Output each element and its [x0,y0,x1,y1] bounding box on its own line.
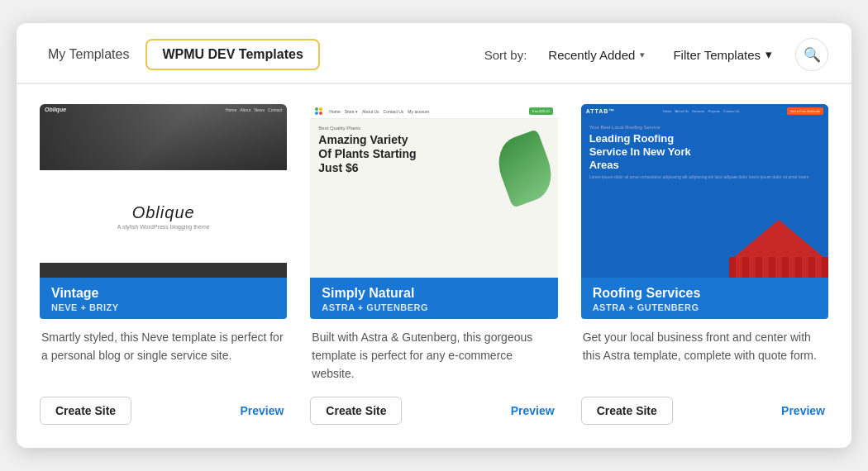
oblique-bottom-bar [40,263,287,278]
oblique-nav-links: Home About News Contact [226,107,282,112]
sort-label: Sort by: [484,48,527,62]
search-button[interactable]: 🔍 [795,38,828,71]
main-window: My Templates WPMU DEV Templates Sort by:… [17,23,851,447]
tab-my-templates[interactable]: My Templates [40,42,137,67]
card-desc-simply-natural: Built with Astra & Gutenberg, this gorge… [310,319,557,394]
card-actions-simply-natural: Create Site Preview [310,395,557,425]
card-tech-roofing: ASTRA + GUTENBERG [593,302,817,312]
roofing-sub: Your Best Local Roofing Service [589,125,820,130]
sort-value: Recently Added [548,48,635,62]
natural-tag: Best Quality Plants [318,126,549,131]
thumbnail-simply-natural: HomeStore ▾About UsContact UsMy account … [310,104,557,278]
card-tech-vintage: NEVE + BRIZY [51,302,275,312]
card-label-vintage: Vintage NEVE + BRIZY [40,278,287,319]
preview-button-vintage[interactable]: Preview [236,397,287,424]
header: My Templates WPMU DEV Templates Sort by:… [17,23,851,83]
create-site-button-roofing[interactable]: Create Site [581,397,673,425]
template-card-roofing: ATTAB™ HomeAbout UsServicesProjectsConta… [581,104,828,424]
card-tech-simply-natural: ASTRA + GUTENBERG [322,302,546,312]
preview-button-roofing[interactable]: Preview [778,397,828,424]
sort-chevron-icon: ▾ [640,50,645,60]
card-desc-roofing: Get your local business front and center… [581,319,828,394]
oblique-logo: Oblique [45,107,66,112]
create-site-button-simply-natural[interactable]: Create Site [310,397,402,425]
oblique-title: Oblique [132,203,195,222]
thumbnail-vintage: Oblique Home About News Contact Oblique … [40,104,287,278]
filter-dropdown[interactable]: Filter Templates ▾ [665,42,780,67]
roofing-logo: ATTAB™ [586,108,616,114]
card-name-vintage: Vintage [51,286,275,301]
preview-button-simply-natural[interactable]: Preview [508,397,558,424]
tab-wpmu-dev-templates[interactable]: WPMU DEV Templates [145,39,319,70]
roofing-nav-links: HomeAbout UsServicesProjectsContact Us [663,109,740,113]
natural-nav-links: HomeStore ▾About UsContact UsMy account [329,109,526,114]
card-name-simply-natural: Simply Natural [322,286,546,301]
roofing-triangle [729,220,828,261]
card-actions-vintage: Create Site Preview [40,395,287,425]
roofing-headline: Leading RoofingService In New YorkAreas [589,132,820,171]
card-desc-vintage: Smartly styled, this Neve template is pe… [40,319,287,394]
create-site-button-vintage[interactable]: Create Site [40,397,131,425]
thumbnail-roofing: ATTAB™ HomeAbout UsServicesProjectsConta… [581,104,828,278]
roofing-body-text: Lorem ipsum dolor sit amet consectetur a… [589,174,820,180]
templates-grid: Oblique Home About News Contact Oblique … [17,84,851,447]
card-label-roofing: Roofing Services ASTRA + GUTENBERG [581,278,828,319]
sort-dropdown[interactable]: Recently Added ▾ [540,43,653,67]
natural-content: Best Quality Plants Amazing VarietyOf Pl… [310,119,557,181]
template-card-simply-natural: HomeStore ▾About UsContact UsMy account … [310,104,557,424]
dot-red [319,112,322,115]
oblique-sub: A stylish WordPress blogging theme [117,224,210,230]
roofing-cta: Get a Free Estimate [787,107,823,115]
natural-nav: HomeStore ▾About UsContact UsMy account … [310,104,557,119]
dot-blue [315,112,318,115]
roofing-nav: ATTAB™ HomeAbout UsServicesProjectsConta… [581,104,828,118]
roofing-graphic [729,212,828,278]
dot-yellow [319,107,322,111]
filter-label: Filter Templates [673,48,761,62]
roofing-content: Your Best Local Roofing Service Leading … [581,118,828,187]
card-actions-roofing: Create Site Preview [581,395,828,425]
dot-green [315,107,318,111]
card-name-roofing: Roofing Services [593,286,817,301]
natural-earn-btn: Earn$20.00 [529,107,553,115]
template-card-vintage: Oblique Home About News Contact Oblique … [40,104,287,424]
filter-chevron-icon: ▾ [765,47,772,62]
search-icon: 🔍 [804,46,821,64]
natural-logo-dots [315,107,322,115]
roofing-stripes [729,257,828,278]
card-label-simply-natural: Simply Natural ASTRA + GUTENBERG [310,278,557,319]
